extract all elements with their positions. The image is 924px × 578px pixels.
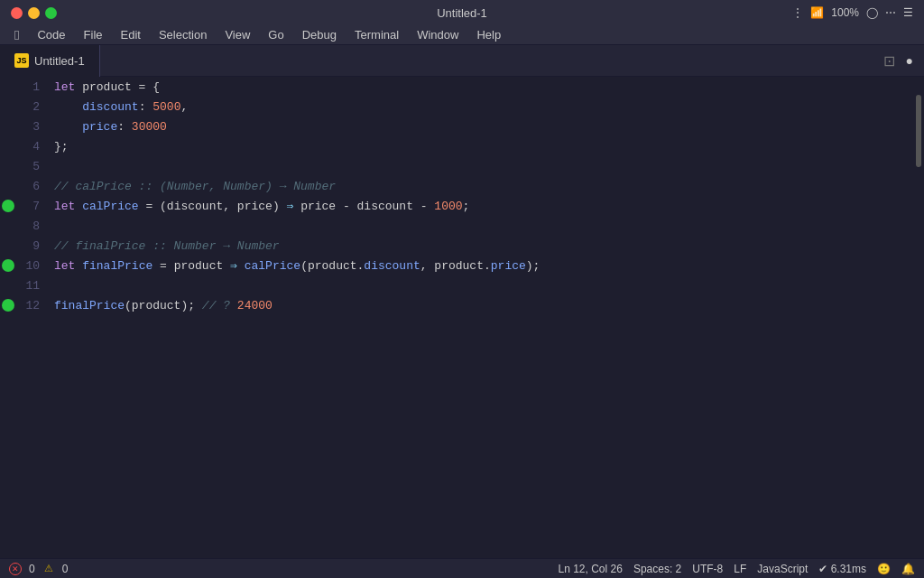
- token-num: 30000: [132, 120, 167, 134]
- gutter-row: 7: [0, 196, 47, 216]
- token-plain: };: [54, 140, 69, 154]
- code-line: [54, 156, 913, 176]
- token-plain: (product);: [125, 299, 202, 312]
- token-plain: = (: [139, 200, 167, 213]
- code-line: [54, 216, 913, 236]
- menu-selection[interactable]: Selection: [152, 26, 214, 43]
- gutter-row: 10: [0, 256, 47, 275]
- title-bar-right: ⋮ 📶 100% ◯ ⋯ ☰: [792, 6, 913, 19]
- maximize-button[interactable]: [45, 7, 57, 19]
- menu-debug[interactable]: Debug: [295, 26, 344, 43]
- line-ending[interactable]: LF: [734, 563, 746, 575]
- breakpoint-indicator: [2, 259, 14, 272]
- indentation[interactable]: Spaces: 2: [633, 563, 681, 575]
- token-plain: , product.: [420, 259, 491, 273]
- circle-status-icon: ●: [906, 53, 913, 68]
- token-plain: :: [139, 100, 153, 114]
- tab-actions: ⊡ ●: [883, 52, 924, 70]
- token-num: 24000: [237, 299, 273, 312]
- code-line: let finalPrice = product ⇒ calPrice(prod…: [54, 256, 913, 275]
- token-plain: :: [117, 120, 132, 134]
- gutter-row: 3: [0, 117, 47, 136]
- gutter-row: 6: [0, 176, 47, 196]
- line-number: 7: [18, 200, 47, 213]
- token-var: calPrice: [245, 259, 300, 273]
- token-plain: ,: [180, 100, 188, 114]
- menu-help[interactable]: Help: [469, 26, 508, 43]
- cursor-position[interactable]: Ln 12, Col 26: [559, 563, 623, 575]
- file-encoding[interactable]: UTF-8: [692, 563, 723, 575]
- token-plain: [75, 259, 82, 273]
- code-line: // calPrice :: (Number, Number) → Number: [54, 176, 913, 196]
- line-number: 10: [18, 259, 47, 273]
- token-plain: [75, 200, 82, 213]
- warning-count[interactable]: 0: [62, 563, 69, 575]
- active-tab[interactable]: JS Untitled-1: [0, 45, 100, 77]
- scrollbar[interactable]: [913, 77, 924, 558]
- minimize-button[interactable]: [28, 7, 40, 19]
- token-plain: product = {: [75, 80, 160, 94]
- token-prop: price: [491, 259, 526, 273]
- menu-bar:  Code File Edit Selection View Go Debug…: [0, 25, 924, 45]
- token-prop: price: [82, 120, 117, 134]
- token-kw: let: [54, 80, 75, 94]
- token-kw: let: [54, 200, 75, 213]
- apple-menu[interactable]: : [7, 25, 26, 44]
- code-line: price: 30000: [54, 117, 913, 136]
- code-line: let calPrice = (discount, price) ⇒ price…: [54, 196, 913, 216]
- token-prop: discount: [364, 259, 420, 273]
- menu-edit[interactable]: Edit: [114, 26, 148, 43]
- line-gutter: 123456789101112: [0, 77, 47, 558]
- gutter-row: 12: [0, 295, 47, 315]
- token-plain: = product: [152, 259, 230, 273]
- token-kw: let: [54, 259, 75, 273]
- apple-wifi-icon: ⋮: [792, 6, 803, 19]
- error-count[interactable]: 0: [29, 563, 35, 575]
- window-title: Untitled-1: [437, 6, 487, 20]
- token-plain: ;: [463, 200, 470, 213]
- token-plain: [54, 100, 82, 114]
- code-line: discount: 5000,: [54, 97, 913, 117]
- scrollbar-thumb[interactable]: [916, 95, 921, 167]
- menu-view[interactable]: View: [217, 26, 257, 43]
- token-arrow: ⇒: [287, 199, 294, 213]
- line-number: 4: [18, 140, 47, 154]
- line-number: 11: [18, 279, 47, 293]
- line-number: 2: [18, 100, 47, 114]
- close-button[interactable]: [11, 7, 23, 19]
- tab-title: Untitled-1: [34, 54, 85, 68]
- breakpoint-indicator: [2, 200, 14, 212]
- code-line: // finalPrice :: Number → Number: [54, 236, 913, 256]
- token-plain: price - discount -: [293, 200, 434, 213]
- token-plain: (product.: [300, 259, 364, 273]
- code-line: let product = {: [54, 77, 913, 97]
- token-plain: );: [526, 259, 541, 273]
- line-number: 12: [18, 299, 47, 312]
- line-number: 8: [18, 219, 47, 233]
- breakpoint-indicator: [2, 299, 14, 312]
- timing-label: ✔ 6.31ms: [818, 563, 866, 575]
- status-bar: ✕ 0 ⚠ 0 Ln 12, Col 26 Spaces: 2 UTF-8 LF…: [0, 558, 924, 578]
- more-icon: ⋯: [885, 6, 896, 19]
- gutter-row: 1: [0, 77, 47, 97]
- gutter-row: 8: [0, 216, 47, 236]
- bell-icon: 🔔: [901, 563, 915, 575]
- menu-code[interactable]: Code: [30, 26, 72, 43]
- gutter-row: 5: [0, 156, 47, 176]
- wifi-icon: 📶: [810, 6, 824, 19]
- code-editor[interactable]: let product = { discount: 5000, price: 3…: [47, 77, 913, 558]
- token-var: finalPrice: [82, 259, 152, 273]
- menu-file[interactable]: File: [77, 26, 110, 43]
- line-number: 9: [18, 239, 47, 253]
- tab-bar: JS Untitled-1 ⊡ ●: [0, 45, 924, 77]
- gutter-row: 2: [0, 97, 47, 117]
- warning-icon: ⚠: [42, 563, 55, 575]
- menu-go[interactable]: Go: [261, 26, 291, 43]
- menu-window[interactable]: Window: [410, 26, 466, 43]
- split-editor-icon[interactable]: ⊡: [883, 52, 895, 70]
- code-line: [54, 275, 913, 295]
- smiley-icon: 🙂: [877, 563, 891, 575]
- language-mode[interactable]: JavaScript: [757, 563, 808, 575]
- menu-terminal[interactable]: Terminal: [347, 26, 406, 43]
- error-icon: ✕: [9, 563, 22, 575]
